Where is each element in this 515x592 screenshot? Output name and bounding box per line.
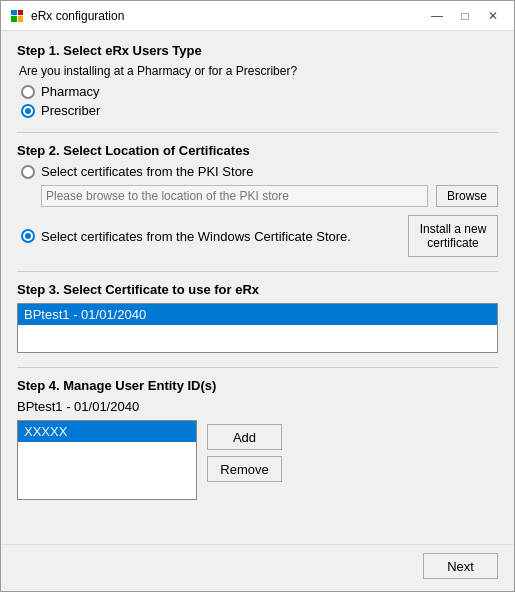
- prescriber-radio[interactable]: [21, 104, 35, 118]
- app-icon: [9, 8, 25, 24]
- step2-title: Step 2. Select Location of Certificates: [17, 143, 498, 158]
- cert-listbox[interactable]: BPtest1 - 01/01/2040: [17, 303, 498, 353]
- pki-option[interactable]: Select certificates from the PKI Store: [21, 164, 498, 179]
- window-controls: — □ ✕: [424, 5, 506, 27]
- maximize-button[interactable]: □: [452, 5, 478, 27]
- step1-question: Are you installing at a Pharmacy or for …: [19, 64, 498, 78]
- entity-listbox[interactable]: XXXXX: [17, 420, 197, 500]
- cert-listbox-item[interactable]: BPtest1 - 01/01/2040: [18, 304, 497, 325]
- entity-row: XXXXX Add Remove: [17, 420, 498, 500]
- prescriber-label: Prescriber: [41, 103, 100, 118]
- pki-path-input[interactable]: [41, 185, 428, 207]
- divider1: [17, 132, 498, 133]
- step1-title: Step 1. Select eRx Users Type: [17, 43, 498, 58]
- windows-cert-label: Select certificates from the Windows Cer…: [41, 229, 351, 244]
- next-button[interactable]: Next: [423, 553, 498, 579]
- pki-section: Select certificates from the PKI Store B…: [21, 164, 498, 257]
- windows-cert-radio[interactable]: [21, 229, 35, 243]
- browse-button[interactable]: Browse: [436, 185, 498, 207]
- divider3: [17, 367, 498, 368]
- minimize-button[interactable]: —: [424, 5, 450, 27]
- step4-title: Step 4. Manage User Entity ID(s): [17, 378, 498, 393]
- pharmacy-label: Pharmacy: [41, 84, 100, 99]
- step1-radio-group: Pharmacy Prescriber: [21, 84, 498, 118]
- windows-cert-row: Select certificates from the Windows Cer…: [21, 215, 498, 257]
- entity-cert-label: BPtest1 - 01/01/2040: [17, 399, 498, 414]
- close-button[interactable]: ✕: [480, 5, 506, 27]
- install-cert-button[interactable]: Install a new certificate: [408, 215, 498, 257]
- pki-label: Select certificates from the PKI Store: [41, 164, 253, 179]
- step3-title: Step 3. Select Certificate to use for eR…: [17, 282, 498, 297]
- add-button[interactable]: Add: [207, 424, 282, 450]
- entity-item[interactable]: XXXXX: [18, 421, 196, 442]
- window-title: eRx configuration: [31, 9, 424, 23]
- step2-section: Step 2. Select Location of Certificates …: [17, 143, 498, 257]
- step1-section: Step 1. Select eRx Users Type Are you in…: [17, 43, 498, 118]
- pharmacy-radio[interactable]: [21, 85, 35, 99]
- content-area: Step 1. Select eRx Users Type Are you in…: [1, 31, 514, 544]
- remove-button[interactable]: Remove: [207, 456, 282, 482]
- title-bar: eRx configuration — □ ✕: [1, 1, 514, 31]
- windows-cert-option[interactable]: Select certificates from the Windows Cer…: [21, 229, 351, 244]
- entity-buttons: Add Remove: [207, 424, 282, 482]
- pharmacy-option[interactable]: Pharmacy: [21, 84, 498, 99]
- step4-section: Step 4. Manage User Entity ID(s) BPtest1…: [17, 378, 498, 500]
- pki-radio[interactable]: [21, 165, 35, 179]
- step3-section: Step 3. Select Certificate to use for eR…: [17, 282, 498, 353]
- footer: Next: [1, 544, 514, 591]
- prescriber-option[interactable]: Prescriber: [21, 103, 498, 118]
- pki-input-row: Browse: [41, 185, 498, 207]
- main-window: eRx configuration — □ ✕ Step 1. Select e…: [0, 0, 515, 592]
- divider2: [17, 271, 498, 272]
